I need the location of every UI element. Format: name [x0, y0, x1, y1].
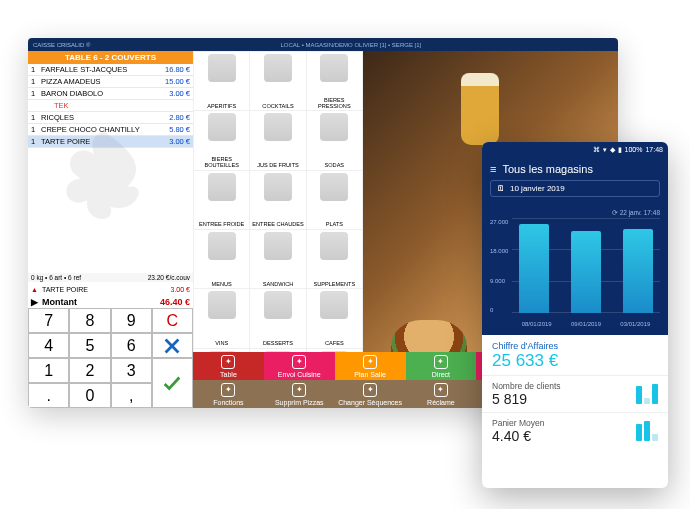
category-jus-de-fruits[interactable]: JUS DE FRUITS: [250, 111, 305, 169]
category-thumb: [264, 113, 292, 141]
header-context: LOCAL • MAGASIN/DEMO OLIVIER [1] • SERGE…: [90, 42, 611, 48]
total-label: Montant: [42, 297, 160, 307]
category-entree-chaudes[interactable]: ENTREE CHAUDES: [250, 171, 305, 229]
category-bieres-bouteilles[interactable]: BIERES BOUTEILLES: [194, 111, 249, 169]
category-plats[interactable]: PLATS: [307, 171, 362, 229]
date-value: 10 janvier 2019: [510, 184, 565, 193]
action-icon: ✦: [434, 355, 448, 369]
action-table[interactable]: ✦Table: [193, 352, 264, 380]
x-tick: 08/01/2019: [522, 321, 552, 327]
category-label: APERITIFS: [207, 104, 236, 110]
category-entree-froide[interactable]: ENTREE FROIDE: [194, 171, 249, 229]
chart-panel: ⟳ 22 janv. 17:48 27.00018.0009.0000 08/0…: [482, 203, 668, 335]
summary-right: 23.20 €/c.couv: [148, 274, 190, 281]
action-label: Plan Salle: [354, 371, 386, 378]
spark-bar: [652, 434, 658, 441]
beer-glass-graphic: [461, 73, 499, 145]
mobile-title-row[interactable]: ≡ Tous les magasins: [490, 163, 660, 175]
category-cocktails[interactable]: COCKTAILS: [250, 52, 305, 110]
key-7[interactable]: 7: [28, 308, 69, 333]
category-menus[interactable]: MENUS: [194, 230, 249, 288]
action-icon: ✦: [221, 355, 235, 369]
action-label: Changer Séquences: [338, 399, 402, 406]
category-thumb: [208, 54, 236, 82]
line-qty: 1: [31, 89, 41, 98]
key-c[interactable]: C: [152, 308, 193, 333]
category-thumb: [320, 173, 348, 201]
category-vins[interactable]: VINS: [194, 289, 249, 347]
category-desserts[interactable]: DESSERTS: [250, 289, 305, 347]
x-tick: 09/01/2019: [571, 321, 601, 327]
ticket-line[interactable]: TEK: [28, 100, 193, 112]
logo-watermark: [50, 121, 160, 231]
category-sandwich[interactable]: SANDWICH: [250, 230, 305, 288]
action-réclame[interactable]: ✦Réclame: [406, 380, 477, 408]
category-supplements[interactable]: SUPPLEMENTS: [307, 230, 362, 288]
chart-bar[interactable]: [623, 229, 653, 313]
ticket-panel: TABLE 6 - 2 COUVERTS 1FARFALLE ST-JACQUE…: [28, 51, 193, 408]
category-label: BIERES BOUTEILLES: [195, 157, 248, 168]
action-changer-séquences[interactable]: ✦Changer Séquences: [335, 380, 406, 408]
ticket-line[interactable]: 1BARON DIABOLO3.00 €: [28, 88, 193, 100]
x-tick: 03/01/2019: [620, 321, 650, 327]
title-bar: CAISSE CRISALID ® LOCAL • MAGASIN/DEMO O…: [28, 38, 618, 51]
category-label: ENTREE FROIDE: [199, 222, 244, 228]
summary-bar: 0 kg • 6 art • 6 ref 23.20 €/c.couv: [28, 273, 193, 282]
summary-last-price: 3.00 €: [156, 286, 190, 293]
category-label: COCKTAILS: [262, 104, 293, 110]
action-fonctions[interactable]: ✦Fonctions: [193, 380, 264, 408]
key-✕[interactable]: [152, 333, 193, 358]
key-4[interactable]: 4: [28, 333, 69, 358]
action-icon: ✦: [221, 383, 235, 397]
line-name: TEK: [54, 101, 156, 110]
date-picker[interactable]: 🗓 10 janvier 2019: [490, 180, 660, 197]
sparkline: [636, 421, 658, 441]
action-label: Réclame: [427, 399, 455, 406]
hamburger-icon[interactable]: ≡: [490, 163, 496, 175]
mobile-dashboard: ⌘ ▾ ◆ ▮ 100% 17:48 ≡ Tous les magasins 🗓…: [482, 142, 668, 488]
metric-nombre-de-clients[interactable]: Nombre de clients5 819: [482, 375, 668, 412]
metric-panier-moyen[interactable]: Panier Moyen4.40 €: [482, 412, 668, 449]
action-supprim-pizzas[interactable]: ✦Supprim Pizzas: [264, 380, 335, 408]
key-1[interactable]: 1: [28, 358, 69, 383]
action-envoi-cuisine[interactable]: ✦Envoi Cuisine: [264, 352, 335, 380]
line-name: PIZZA AMADEUS: [41, 77, 156, 86]
metric-revenue[interactable]: Chiffre d'Affaires 25 633 €: [482, 335, 668, 375]
chart-bar[interactable]: [519, 224, 549, 313]
category-aperitifs[interactable]: APERITIFS: [194, 52, 249, 110]
summary-left: 0 kg • 6 art • 6 ref: [31, 274, 81, 281]
key-0[interactable]: 0: [69, 383, 110, 408]
spark-bar: [644, 421, 650, 441]
key-8[interactable]: 8: [69, 308, 110, 333]
battery-pct: 100%: [625, 146, 643, 153]
key-,[interactable]: ,: [111, 383, 152, 408]
key-5[interactable]: 5: [69, 333, 110, 358]
category-sodas[interactable]: SODAS: [307, 111, 362, 169]
category-thumb: [264, 232, 292, 260]
metric-value: 5 819: [492, 391, 636, 407]
category-cafes[interactable]: CAFES: [307, 289, 362, 347]
numeric-keypad: 789C456123.0,: [28, 308, 193, 408]
key-6[interactable]: 6: [111, 333, 152, 358]
category-label: MENUS: [212, 282, 232, 288]
ticket-line[interactable]: 1FARFALLE ST-JACQUES16.80 €: [28, 64, 193, 76]
line-qty: 1: [31, 125, 41, 134]
line-price: 15.00 €: [156, 77, 190, 86]
category-thumb: [320, 232, 348, 260]
ticket-line[interactable]: 1PIZZA AMADEUS15.00 €: [28, 76, 193, 88]
x-axis-labels: 08/01/201909/01/201903/01/2019: [512, 321, 660, 327]
action-label: Fonctions: [213, 399, 243, 406]
battery-icon: ▮: [618, 146, 622, 154]
action-plan-salle[interactable]: ✦Plan Salle: [335, 352, 406, 380]
category-bieres-pressions[interactable]: BIERES PRESSIONS: [307, 52, 362, 110]
spark-bar: [644, 398, 650, 404]
line-qty: 1: [31, 113, 41, 122]
key-✓[interactable]: [152, 358, 193, 408]
key-2[interactable]: 2: [69, 358, 110, 383]
chart-bar[interactable]: [571, 231, 601, 313]
app-title: CAISSE CRISALID ®: [33, 42, 90, 48]
key-9[interactable]: 9: [111, 308, 152, 333]
key-3[interactable]: 3: [111, 358, 152, 383]
key-.[interactable]: .: [28, 383, 69, 408]
action-direct[interactable]: ✦Direct: [406, 352, 477, 380]
